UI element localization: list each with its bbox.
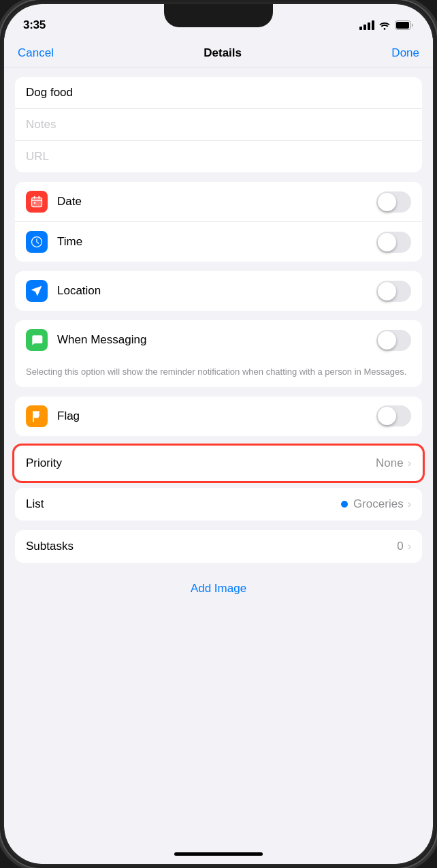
- list-label: List: [26, 497, 341, 511]
- status-time: 3:35: [23, 18, 46, 32]
- time-icon: [26, 231, 48, 253]
- wifi-icon: [378, 20, 391, 30]
- notes-row[interactable]: Notes: [15, 109, 422, 141]
- location-toggle[interactable]: [376, 281, 411, 302]
- time-toggle[interactable]: [376, 232, 411, 253]
- task-name-text: Dog food: [26, 86, 411, 99]
- url-placeholder: URL: [26, 150, 411, 164]
- messaging-toggle[interactable]: [376, 330, 411, 351]
- location-card: Location: [15, 271, 422, 311]
- svg-rect-4: [34, 196, 35, 199]
- svg-rect-6: [32, 200, 42, 201]
- messaging-icon: [26, 329, 48, 351]
- subtasks-card: Subtasks 0 ›: [15, 530, 422, 563]
- phone-frame: 3:35: [0, 0, 437, 868]
- subtasks-row[interactable]: Subtasks 0 ›: [15, 530, 422, 563]
- messaging-row[interactable]: When Messaging: [15, 320, 422, 360]
- priority-label: Priority: [26, 456, 376, 470]
- location-row[interactable]: Location: [15, 271, 422, 311]
- flag-icon: [26, 405, 48, 427]
- list-row[interactable]: List Groceries ›: [15, 488, 422, 521]
- add-image-label: Add Image: [191, 582, 246, 595]
- flag-toggle[interactable]: [376, 405, 411, 427]
- messaging-helper: Selecting this option will show the remi…: [15, 360, 422, 387]
- time-label: Time: [57, 235, 376, 249]
- date-icon: [26, 191, 48, 213]
- svg-rect-5: [39, 196, 40, 199]
- location-label: Location: [57, 284, 376, 298]
- task-name-row[interactable]: Dog food: [15, 77, 422, 109]
- home-indicator: [174, 852, 263, 856]
- status-icons: [359, 20, 414, 30]
- date-row[interactable]: Date: [15, 182, 422, 222]
- flag-row[interactable]: Flag: [15, 397, 422, 436]
- svg-rect-1: [396, 22, 409, 29]
- battery-icon: [395, 20, 414, 30]
- flag-label: Flag: [57, 409, 376, 423]
- priority-chevron-icon: ›: [408, 457, 411, 469]
- messaging-card: When Messaging Selecting this option wil…: [15, 320, 422, 387]
- priority-row[interactable]: Priority None ›: [15, 446, 422, 481]
- list-chevron-icon: ›: [408, 498, 411, 510]
- nav-bar: Cancel Details Done: [4, 38, 433, 67]
- date-label: Date: [57, 195, 376, 208]
- svg-rect-7: [34, 202, 36, 204]
- notch: [164, 4, 273, 27]
- priority-value: None: [376, 456, 404, 470]
- phone-inner: 3:35: [4, 4, 433, 864]
- screen: 3:35: [4, 4, 433, 864]
- task-details-card: Dog food Notes URL: [15, 77, 422, 172]
- date-time-card: Date Time: [15, 182, 422, 262]
- date-toggle[interactable]: [376, 191, 411, 213]
- done-button[interactable]: Done: [391, 46, 419, 60]
- list-value: Groceries: [353, 497, 404, 511]
- messaging-label: When Messaging: [57, 333, 376, 347]
- notes-placeholder: Notes: [26, 118, 411, 131]
- time-row[interactable]: Time: [15, 222, 422, 262]
- svg-rect-2: [32, 198, 42, 206]
- flag-card: Flag: [15, 397, 422, 436]
- location-icon: [26, 280, 48, 302]
- list-card: List Groceries ›: [15, 488, 422, 521]
- list-dot-icon: [341, 501, 348, 508]
- add-image-button[interactable]: Add Image: [15, 572, 422, 605]
- cancel-button[interactable]: Cancel: [18, 46, 54, 60]
- url-row[interactable]: URL: [15, 141, 422, 172]
- subtasks-label: Subtasks: [26, 540, 397, 553]
- priority-card: Priority None ›: [15, 446, 422, 481]
- subtasks-value: 0: [397, 540, 403, 553]
- content-area: Dog food Notes URL: [4, 67, 433, 855]
- signal-bars-icon: [359, 20, 374, 30]
- page-title: Details: [204, 46, 242, 60]
- subtasks-chevron-icon: ›: [408, 540, 411, 553]
